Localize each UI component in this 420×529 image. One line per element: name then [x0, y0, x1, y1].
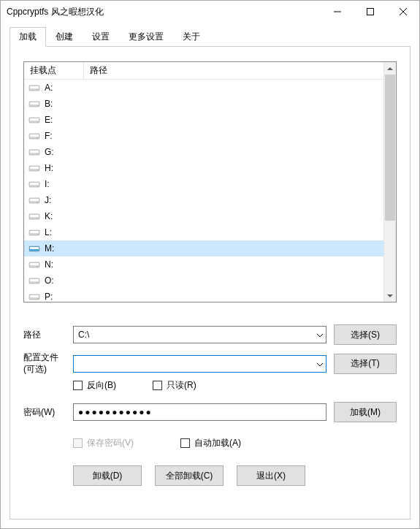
- save-password-checkbox-wrap: 保存密码(V): [73, 437, 134, 449]
- svg-rect-44: [30, 295, 39, 297]
- drive-row[interactable]: M:: [24, 240, 383, 256]
- drive-icon: [28, 115, 40, 124]
- auto-mount-checkbox-wrap[interactable]: 自动加载(A): [180, 437, 241, 449]
- drive-row[interactable]: N:: [24, 256, 383, 273]
- drive-letter: J:: [45, 195, 51, 205]
- scroll-down-icon[interactable]: [384, 289, 396, 302]
- tab-bar: 加载创建设置更多设置关于: [1, 23, 419, 47]
- tab-4[interactable]: 关于: [173, 27, 210, 47]
- save-password-label: 保存密码(V): [87, 437, 134, 449]
- drive-row[interactable]: L:: [24, 224, 383, 240]
- svg-rect-14: [30, 134, 39, 137]
- svg-rect-41: [30, 279, 39, 281]
- scroll-up-icon[interactable]: [384, 62, 396, 75]
- drive-letter: G:: [45, 147, 54, 157]
- drive-letter: L:: [45, 227, 52, 237]
- dismount-all-button[interactable]: 全部卸载(C): [155, 465, 224, 486]
- exit-button[interactable]: 退出(X): [237, 465, 305, 486]
- col-path[interactable]: 路径: [84, 62, 113, 79]
- drive-icon: [28, 212, 40, 221]
- drive-row[interactable]: H:: [24, 160, 383, 176]
- reverse-label: 反向(B): [87, 379, 116, 392]
- svg-point-9: [37, 105, 38, 106]
- drive-row[interactable]: G:: [24, 144, 383, 160]
- minimize-button[interactable]: [321, 1, 354, 23]
- svg-point-39: [37, 266, 38, 267]
- tab-1[interactable]: 创建: [46, 27, 83, 47]
- select-config-button[interactable]: 选择(T): [334, 354, 397, 374]
- path-combo[interactable]: C:\: [73, 326, 327, 343]
- drive-icon: [28, 99, 40, 108]
- svg-point-15: [37, 137, 38, 138]
- svg-point-21: [37, 170, 38, 170]
- scrollbar[interactable]: [383, 62, 396, 302]
- drive-row[interactable]: I:: [24, 176, 383, 192]
- drive-letter: P:: [45, 292, 53, 302]
- drive-row[interactable]: O:: [24, 273, 383, 289]
- drive-letter: O:: [45, 275, 54, 286]
- tab-2[interactable]: 设置: [83, 27, 119, 47]
- svg-marker-46: [387, 67, 393, 70]
- select-path-button[interactable]: 选择(S): [334, 324, 397, 345]
- drive-row[interactable]: P:: [24, 289, 383, 302]
- drive-letter: B:: [45, 99, 53, 109]
- svg-point-42: [37, 282, 38, 283]
- svg-rect-20: [30, 167, 39, 169]
- drive-letter: A:: [45, 83, 53, 93]
- drive-icon: [28, 180, 40, 189]
- readonly-checkbox-wrap[interactable]: 只读(R): [153, 379, 196, 392]
- drive-icon: [28, 292, 40, 301]
- mount-button[interactable]: 加载(M): [334, 402, 397, 422]
- tab-3[interactable]: 更多设置: [119, 27, 173, 47]
- tab-0[interactable]: 加载: [9, 27, 46, 47]
- drive-letter: K:: [45, 211, 53, 221]
- drive-row[interactable]: J:: [24, 192, 383, 208]
- drive-row[interactable]: B:: [24, 96, 383, 112]
- window-title: Cppcryptfs 风之暇想汉化: [7, 6, 321, 18]
- password-value: ●●●●●●●●●●●: [78, 407, 153, 417]
- password-label: 密码(W): [23, 406, 66, 419]
- drive-icon: [28, 244, 40, 253]
- form-area: 路径 C:\ 选择(S) 配置文件(可选) 选择(T) 反向(B): [23, 324, 397, 486]
- scroll-thumb[interactable]: [385, 75, 395, 221]
- svg-point-27: [37, 202, 38, 202]
- tab-content: 挂载点 路径 A:B:E:F:G:H:I:J:K:L:M:N:O:P: 路径 C…: [9, 46, 411, 520]
- drive-letter: I:: [45, 179, 50, 189]
- auto-mount-checkbox[interactable]: [180, 438, 190, 448]
- col-mountpoint[interactable]: 挂载点: [24, 62, 84, 79]
- config-label: 配置文件(可选): [23, 352, 66, 375]
- reverse-checkbox-wrap[interactable]: 反向(B): [73, 379, 116, 392]
- password-input[interactable]: ●●●●●●●●●●●: [73, 403, 327, 421]
- drive-row[interactable]: F:: [24, 128, 383, 144]
- svg-rect-17: [30, 151, 39, 153]
- svg-point-30: [37, 218, 38, 218]
- svg-rect-11: [30, 118, 39, 121]
- titlebar: Cppcryptfs 风之暇想汉化: [1, 1, 419, 23]
- drive-icon: [28, 196, 40, 205]
- drive-icon: [28, 276, 40, 285]
- svg-point-36: [37, 250, 38, 251]
- reverse-checkbox[interactable]: [73, 381, 83, 390]
- drive-icon: [28, 228, 40, 237]
- readonly-checkbox[interactable]: [153, 381, 162, 390]
- chevron-down-icon: [317, 359, 323, 369]
- close-button[interactable]: [386, 1, 419, 23]
- svg-rect-38: [30, 263, 39, 265]
- window-controls: [321, 1, 419, 23]
- config-combo[interactable]: [73, 355, 327, 373]
- list-body[interactable]: A:B:E:F:G:H:I:J:K:L:M:N:O:P:: [24, 80, 383, 302]
- drive-row[interactable]: K:: [24, 208, 383, 224]
- svg-rect-1: [367, 9, 373, 15]
- svg-rect-35: [30, 247, 39, 249]
- drive-row[interactable]: E:: [24, 112, 383, 128]
- path-label: 路径: [23, 329, 66, 341]
- svg-rect-26: [30, 199, 39, 201]
- svg-point-18: [37, 153, 38, 154]
- svg-point-45: [37, 298, 38, 299]
- maximize-button[interactable]: [354, 1, 386, 23]
- save-password-checkbox: [73, 438, 83, 448]
- svg-rect-23: [30, 183, 39, 185]
- dismount-button[interactable]: 卸载(D): [73, 465, 142, 486]
- drive-row[interactable]: A:: [24, 80, 383, 96]
- drive-icon: [28, 260, 40, 269]
